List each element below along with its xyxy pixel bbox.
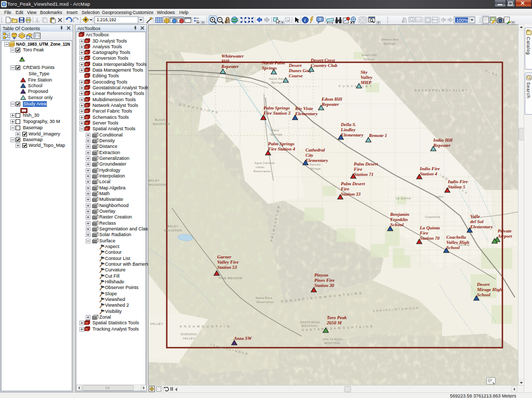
svg-text:MOUNTAIN: MOUNTAIN [301, 324, 317, 327]
svg-text:Repeater: Repeater [321, 102, 339, 107]
svg-text:Remote 1: Remote 1 [368, 133, 387, 138]
svg-text:?: ? [319, 17, 322, 22]
svg-text:Desert: Desert [288, 63, 302, 68]
svg-text:Springs: Springs [270, 133, 283, 136]
svg-text:Valle: Valle [470, 214, 480, 219]
svg-text:Indio Hill: Indio Hill [433, 138, 453, 143]
svg-text:Country Club: Country Club [311, 63, 338, 68]
svg-text:Fire Station 4: Fire Station 4 [268, 146, 296, 152]
svg-text:Valley High: Valley High [446, 240, 469, 245]
svg-text:Springs: Springs [262, 65, 277, 71]
svg-text:100%: 100% [456, 18, 468, 23]
svg-text:Desert Crest: Desert Crest [310, 58, 335, 63]
svg-text:Desert Hot: Desert Hot [381, 38, 398, 41]
svg-text:Dunes Golf: Dunes Golf [288, 68, 312, 73]
svg-text:Mirage High: Mirage High [476, 287, 502, 292]
svg-text:Cathedral: Cathedral [305, 147, 325, 153]
svg-text:Palm Springs: Palm Springs [263, 105, 290, 111]
svg-text:City: City [305, 153, 314, 158]
svg-text:Reservation: Reservation [254, 170, 271, 173]
svg-text:Airport: Airport [497, 234, 512, 239]
svg-text:Elementary: Elementary [295, 111, 318, 116]
svg-text:Palm Desert: Palm Desert [354, 161, 378, 167]
svg-text:MOUNTAIN: MOUNTAIN [153, 122, 170, 126]
svg-text:Valley Fire: Valley Fire [217, 259, 238, 265]
svg-text:Station 53: Station 53 [217, 265, 237, 270]
svg-text:Fire: Fire [419, 230, 428, 236]
svg-text:XY: XY [350, 21, 355, 24]
svg-text:Fire Station 3: Fire Station 3 [263, 111, 291, 116]
svg-text:Franklin: Franklin [390, 217, 408, 222]
svg-text:La Quinta: La Quinta [396, 197, 411, 200]
svg-text:Sky: Sky [361, 70, 368, 75]
svg-text:1:216,192: 1:216,192 [97, 17, 116, 22]
svg-text:Reservation: Reservation [257, 300, 274, 304]
svg-text:BALDY: BALDY [149, 179, 160, 182]
svg-text:North Palm: North Palm [261, 60, 285, 65]
svg-text:1:1: 1:1 [417, 18, 421, 21]
svg-text:Private: Private [498, 228, 512, 234]
svg-text:SAN TA ROSA: SAN TA ROSA [323, 338, 343, 341]
svg-text:Repeater: Repeater [221, 64, 239, 69]
svg-text:Elementary: Elementary [470, 224, 493, 229]
svg-text:North Palm: North Palm [269, 77, 286, 80]
svg-text:Station 70: Station 70 [420, 236, 440, 241]
svg-text:Coachella: Coachella [446, 235, 466, 240]
svg-text:2650 M: 2650 M [326, 320, 342, 325]
svg-text:Rio Vista: Rio Vista [295, 106, 313, 111]
svg-text:PINE MEADOW: PINE MEADOW [219, 277, 243, 280]
svg-text:Lindley: Lindley [340, 127, 356, 132]
svg-text:Fire: Fire [353, 167, 362, 172]
svg-text:Elementary: Elementary [305, 158, 328, 163]
svg-text:Course: Course [289, 73, 303, 78]
svg-text:SANTA ROSA: SANTA ROSA [300, 321, 320, 324]
svg-text:Desert Hill: Desert Hill [362, 53, 377, 57]
svg-text:BALDY: BALDY [167, 225, 179, 228]
svg-text:MHP: MHP [360, 80, 371, 85]
svg-text:School: School [390, 222, 404, 227]
svg-text:del Sol: del Sol [470, 219, 484, 224]
svg-text:Whitewater: Whitewater [221, 53, 244, 59]
svg-text:La Quinta: La Quinta [419, 225, 440, 230]
svg-text:Toro Peak: Toro Peak [327, 315, 347, 320]
svg-text:School: School [477, 292, 490, 297]
svg-text:Pines Fire: Pines Fire [314, 278, 335, 283]
svg-text:Desert: Desert [476, 282, 490, 287]
svg-text:VALLEY: VALLEY [150, 322, 163, 325]
svg-text:MOUNTAIN: MOUNTAIN [149, 183, 166, 186]
svg-text:Santa Rosa: Santa Rosa [256, 296, 272, 299]
svg-text:Palm Desert: Palm Desert [341, 181, 365, 186]
svg-text:Station 4: Station 4 [420, 171, 437, 176]
svg-text:BLACK: BLACK [155, 118, 166, 121]
svg-text:MOUNTAIN: MOUNTAIN [164, 229, 182, 232]
svg-text:Palm Springs: Palm Springs [268, 141, 295, 146]
svg-text:Palm: Palm [271, 129, 280, 132]
svg-text:Valley: Valley [361, 75, 373, 80]
svg-text:Station 5: Station 5 [448, 184, 466, 189]
svg-text:VALLEY: VALLEY [183, 337, 195, 340]
svg-text:Indio Fire: Indio Fire [419, 166, 440, 171]
svg-text:Springs: Springs [364, 58, 375, 61]
svg-text:Agua Caliente: Agua Caliente [255, 161, 275, 164]
svg-text:Hill: Hill [221, 59, 229, 64]
svg-text:Pinyon: Pinyon [314, 272, 328, 278]
svg-text:Springs: Springs [271, 81, 283, 84]
svg-text:Springs: Springs [383, 42, 395, 45]
svg-text:Indian: Indian [256, 166, 264, 169]
svg-text:School: School [446, 245, 460, 250]
svg-text:DURAZNO: DURAZNO [181, 333, 197, 336]
svg-text:Della S.: Della S. [340, 122, 356, 127]
svg-text:Mirage: Mirage [311, 167, 321, 170]
svg-text:Edom Hill: Edom Hill [321, 97, 342, 102]
svg-text:Fire: Fire [340, 186, 349, 191]
svg-text:Indio Fire: Indio Fire [447, 179, 468, 184]
svg-text:Rancho: Rancho [310, 163, 321, 166]
svg-text:Benjamin: Benjamin [390, 212, 409, 217]
svg-text:Garner: Garner [217, 254, 232, 259]
svg-text:Station 71: Station 71 [354, 172, 374, 177]
svg-text:Indio: Indio [435, 195, 444, 198]
svg-text:Station 30: Station 30 [314, 283, 335, 288]
svg-text:Elementary: Elementary [340, 132, 364, 138]
svg-text:MOUNTAIN: MOUNTAIN [324, 341, 340, 345]
svg-text:A N Z A M O U N T A I N: A N Z A M O U N T A I N [180, 325, 230, 328]
